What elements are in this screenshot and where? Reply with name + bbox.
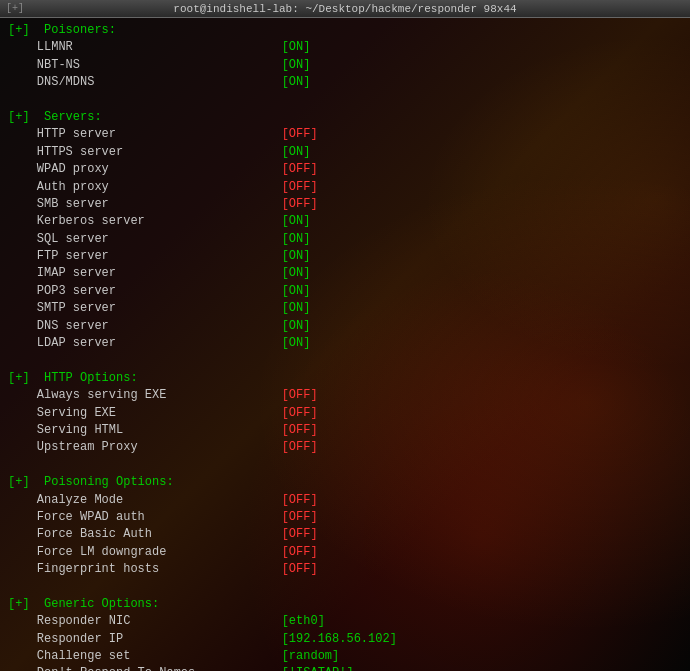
terminal-window: [+] root@indishell-lab: ~/Desktop/hackme… bbox=[0, 0, 690, 671]
titlebar-text: root@indishell-lab: ~/Desktop/hackme/res… bbox=[173, 3, 516, 15]
poison-lm-downgrade: Force LM downgrade [OFF] bbox=[8, 544, 682, 561]
poisoners-header: [+] Poisoners: bbox=[8, 22, 682, 39]
server-imap: IMAP server [ON] bbox=[8, 265, 682, 282]
http-always-exe: Always serving EXE [OFF] bbox=[8, 387, 682, 404]
spacer2 bbox=[8, 352, 682, 369]
generic-ip: Responder IP [192.168.56.102] bbox=[8, 631, 682, 648]
server-ldap: LDAP server [ON] bbox=[8, 335, 682, 352]
poisoners-llmnr: LLMNR [ON] bbox=[8, 39, 682, 56]
poisoners-nbtns: NBT-NS [ON] bbox=[8, 57, 682, 74]
server-wpad: WPAD proxy [OFF] bbox=[8, 161, 682, 178]
spacer1 bbox=[8, 92, 682, 109]
poison-wpad-auth: Force WPAD auth [OFF] bbox=[8, 509, 682, 526]
generic-options-header: [+] Generic Options: bbox=[8, 596, 682, 613]
server-kerberos: Kerberos server [ON] bbox=[8, 213, 682, 230]
server-https: HTTPS server [ON] bbox=[8, 144, 682, 161]
poisoners-dns: DNS/MDNS [ON] bbox=[8, 74, 682, 91]
server-ftp: FTP server [ON] bbox=[8, 248, 682, 265]
titlebar-icon: [+] bbox=[6, 3, 24, 14]
poison-basic-auth: Force Basic Auth [OFF] bbox=[8, 526, 682, 543]
generic-no-respond: Don't Respond To Names ['ISATAP'] bbox=[8, 665, 682, 671]
terminal-body: [+] Poisoners: LLMNR [ON] NBT-NS [ON] DN… bbox=[0, 18, 690, 671]
server-sql: SQL server [ON] bbox=[8, 231, 682, 248]
server-http: HTTP server [OFF] bbox=[8, 126, 682, 143]
server-smb: SMB server [OFF] bbox=[8, 196, 682, 213]
server-dns: DNS server [ON] bbox=[8, 318, 682, 335]
servers-header: [+] Servers: bbox=[8, 109, 682, 126]
poison-fingerprint: Fingerprint hosts [OFF] bbox=[8, 561, 682, 578]
titlebar: [+] root@indishell-lab: ~/Desktop/hackme… bbox=[0, 0, 690, 18]
server-auth: Auth proxy [OFF] bbox=[8, 179, 682, 196]
http-upstream: Upstream Proxy [OFF] bbox=[8, 439, 682, 456]
poisoning-options-header: [+] Poisoning Options: bbox=[8, 474, 682, 491]
server-smtp: SMTP server [ON] bbox=[8, 300, 682, 317]
http-options-header: [+] HTTP Options: bbox=[8, 370, 682, 387]
poison-analyze: Analyze Mode [OFF] bbox=[8, 492, 682, 509]
spacer4 bbox=[8, 579, 682, 596]
generic-nic: Responder NIC [eth0] bbox=[8, 613, 682, 630]
http-serving-exe: Serving EXE [OFF] bbox=[8, 405, 682, 422]
spacer3 bbox=[8, 457, 682, 474]
generic-challenge: Challenge set [random] bbox=[8, 648, 682, 665]
http-serving-html: Serving HTML [OFF] bbox=[8, 422, 682, 439]
server-pop3: POP3 server [ON] bbox=[8, 283, 682, 300]
